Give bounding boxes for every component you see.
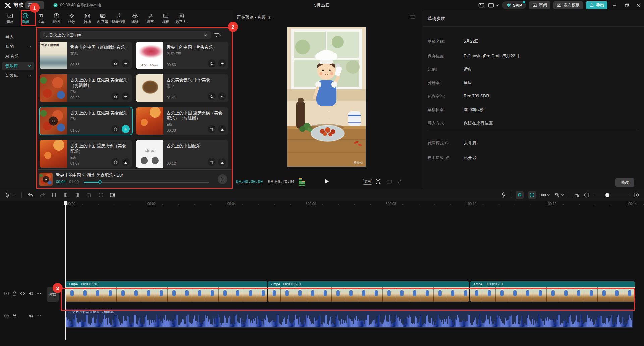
ribbon-tab-template[interactable]: 模板 [158,11,173,26]
ribbon-tab-audio[interactable]: 音频 [18,11,33,26]
player-progress-knob[interactable] [98,180,102,184]
ribbon-tab-transition[interactable]: 转场 [80,11,95,26]
minimize-button[interactable] [610,1,619,10]
linked-select-icon[interactable] [554,192,560,198]
quality-selector[interactable]: 原画 [363,179,372,185]
chevron-down-icon[interactable] [12,193,16,197]
lock-icon[interactable] [12,291,17,296]
close-window-button[interactable] [634,1,643,10]
search-box[interactable] [40,31,211,39]
publish-template-button[interactable]: 发布模板 [553,1,583,9]
timeline-zoom-slider[interactable] [594,195,629,195]
lock-icon[interactable] [12,313,17,319]
fit-timeline-icon[interactable] [573,192,579,198]
more-icon[interactable] [36,291,41,296]
cover-button[interactable]: 封面 [47,287,59,302]
delete-icon[interactable] [86,192,92,198]
info-icon[interactable] [267,15,272,20]
favorite-button[interactable] [208,125,216,133]
sidebar-item[interactable]: 音效库 [2,71,34,80]
download-button[interactable] [122,158,130,166]
export-button[interactable]: 导出 [586,1,607,9]
auto-snap-toggle[interactable] [516,191,524,199]
ribbon-tab-caption[interactable]: AI 字幕 [95,11,110,26]
music-card[interactable]: 舌尖上的中国 重庆火锅（美食配乐）E8r01:07 [40,140,132,168]
clear-caption-icon[interactable] [110,192,116,198]
ribbon-tab-adjust[interactable]: 调节 [143,11,158,26]
preview-menu-icon[interactable] [410,15,415,19]
music-card[interactable]: Chinaz舌尖上的中国配乐00:12 [136,140,228,168]
aspect-ratio-icon[interactable] [386,179,392,184]
help-icon[interactable] [446,156,450,160]
playhead[interactable] [65,201,66,340]
review-button[interactable]: 审阅 [529,1,550,9]
mute-icon[interactable] [28,313,33,319]
pause-icon[interactable] [49,117,58,126]
link-clips-icon[interactable] [540,192,546,198]
add-to-track-button[interactable] [218,59,226,67]
favorite-button[interactable] [208,158,216,166]
search-input[interactable] [49,33,202,37]
audio-clip[interactable]: 舌尖上的中国 江湖菜 美食配乐 [66,309,633,328]
split-keep-left-icon[interactable] [63,192,69,198]
player-progress-slider[interactable] [84,182,209,183]
split-icon[interactable] [51,192,57,198]
split-keep-right-icon[interactable] [74,192,80,198]
timeline-zoom-knob[interactable] [605,193,609,197]
modify-button[interactable]: 修改 [615,178,634,187]
add-to-track-button[interactable] [122,59,130,67]
preview-axis-toggle[interactable] [528,191,536,199]
favorite-button[interactable] [111,59,119,67]
video-clip[interactable]: 3.mp400:00:05:01 [470,281,635,302]
sidebar-item[interactable]: 音乐库 [2,62,34,70]
favorite-button[interactable] [111,92,119,100]
music-card[interactable]: A Bite of China舌尖上的中国（片头音乐）阿鲲作曲00:53 [136,42,228,69]
video-clip[interactable]: 2.mp400:00:05:01 [268,281,469,302]
sidebar-item[interactable]: 我的 [2,42,34,51]
select-tool-icon[interactable] [5,192,11,198]
add-to-track-button[interactable] [122,92,130,100]
download-button[interactable] [218,92,226,100]
more-icon[interactable] [36,313,41,319]
filter-button[interactable] [214,32,225,38]
mask-icon[interactable] [98,192,104,198]
chevron-down-icon[interactable] [495,3,499,7]
undo-icon[interactable] [28,192,34,198]
svip-button[interactable]: SVIP [502,1,526,9]
download-button[interactable] [218,125,226,133]
music-card[interactable]: 舌尖上的中国 重庆火锅（美食配乐）（剪辑版）E8r00:33 [136,107,228,135]
maximize-button[interactable] [622,1,631,10]
music-card[interactable]: 舌尖上的中国 江湖菜 美食配乐E8r01:00 [40,107,132,135]
sidebar-item[interactable]: AI 音乐 [2,52,34,61]
preview-focus-icon[interactable] [375,179,381,184]
chevron-down-icon[interactable] [561,193,564,197]
help-icon[interactable] [445,141,449,145]
favorite-button[interactable] [208,59,216,67]
player-thumbnail[interactable] [39,173,53,186]
ribbon-tab-avatar[interactable]: 数字人 [174,11,189,26]
ribbon-tab-media[interactable]: 素材 [3,11,17,26]
ribbon-tab-filter[interactable]: 滤镜 [127,11,142,26]
timeline-ruler[interactable]: 00:0000:0200:0400:0600:0800:1000:1200:14 [0,201,644,207]
redo-icon[interactable] [39,192,45,198]
play-button[interactable] [324,178,330,184]
download-button[interactable] [218,158,226,166]
music-card[interactable]: 舌尖上的中国 江湖菜 美食配乐（剪辑版）E8r00:29 [40,74,132,102]
ribbon-tab-smartpack[interactable]: 智能包装 [111,11,127,26]
draft-tab[interactable]: 菜 [25,1,44,9]
layout-panels-icon[interactable] [488,2,494,9]
video-clip[interactable]: 1.mp400:00:05:01 [66,281,267,302]
search-clear-icon[interactable] [204,33,208,37]
music-card[interactable]: 舌尖美食音乐-中华美食洪尘01:41 [136,74,228,102]
sidebar-item[interactable]: 导入 [2,33,34,41]
visibility-icon[interactable] [20,291,25,296]
record-voiceover-icon[interactable] [500,192,506,198]
fullscreen-icon[interactable] [397,179,402,184]
zoom-out-icon[interactable] [584,192,590,198]
chevron-down-icon[interactable] [547,193,550,197]
ribbon-tab-sticker[interactable]: 贴纸 [49,11,64,26]
add-to-track-button[interactable] [122,125,130,133]
player-close-button[interactable] [218,174,227,184]
mute-icon[interactable] [28,291,33,296]
favorite-button[interactable] [111,158,119,166]
